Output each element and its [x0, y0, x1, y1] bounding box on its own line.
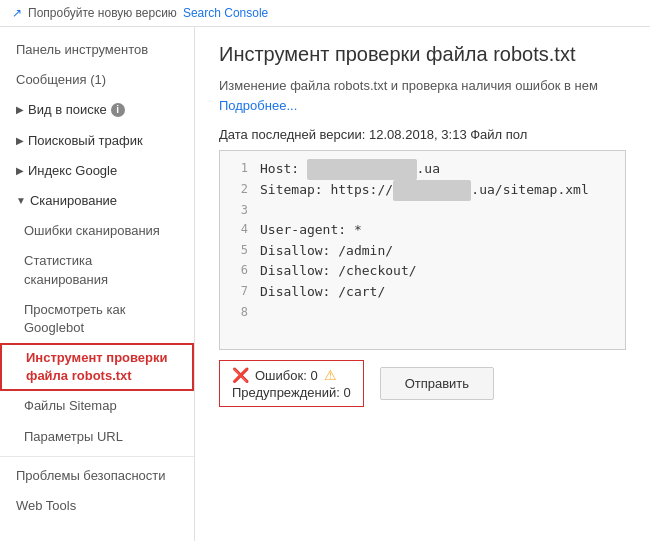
sidebar-item-crawl-stats[interactable]: Статистика сканирования [0, 246, 194, 294]
code-line: 3 [220, 201, 625, 220]
sidebar-item-label: Web Tools [16, 497, 76, 515]
errors-row: ❌ Ошибок: 0 ⚠ [232, 367, 351, 383]
info-icon: i [111, 103, 125, 117]
code-line: 2Sitemap: https:// .ua/sitemap.xml [220, 180, 625, 201]
line-content: User-agent: * [260, 220, 362, 241]
line-number: 4 [228, 220, 248, 239]
code-line: 4User-agent: * [220, 220, 625, 241]
sidebar-item-label: Панель инструментов [16, 41, 148, 59]
sidebar: Панель инструментов Сообщения (1) ▶ Вид … [0, 27, 195, 541]
code-line: 1Host: .ua [220, 159, 625, 180]
warn-icon: ⚠ [324, 367, 337, 383]
line-content: Disallow: /admin/ [260, 241, 393, 262]
sidebar-item-panel[interactable]: Панель инструментов [0, 35, 194, 65]
sidebar-item-security[interactable]: Проблемы безопасности [0, 461, 194, 491]
sidebar-item-sitemap[interactable]: Файлы Sitemap [0, 391, 194, 421]
sidebar-item-label: Ошибки сканирования [24, 222, 160, 240]
sidebar-item-label: Статистика сканирования [24, 252, 178, 288]
sidebar-item-messages[interactable]: Сообщения (1) [0, 65, 194, 95]
sidebar-item-label: Поисковый трафик [28, 132, 143, 150]
page-title: Инструмент проверки файла robots.txt [219, 43, 626, 66]
line-number: 3 [228, 201, 248, 220]
date-info: Дата последней версии: 12.08.2018, 3:13 … [219, 127, 626, 142]
sidebar-item-label: Проблемы безопасности [16, 467, 166, 485]
status-box: ❌ Ошибок: 0 ⚠ Предупреждений: 0 [219, 360, 364, 407]
code-line: 6Disallow: /checkout/ [220, 261, 625, 282]
sidebar-item-label: Просмотреть как Googlebot [24, 301, 178, 337]
submit-button[interactable]: Отправить [380, 367, 494, 400]
code-line: 8 [220, 303, 625, 322]
error-icon: ❌ [232, 367, 249, 383]
sidebar-item-googlebot-view[interactable]: Просмотреть как Googlebot [0, 295, 194, 343]
sidebar-item-web-tools[interactable]: Web Tools [0, 491, 194, 521]
code-line: 7Disallow: /cart/ [220, 282, 625, 303]
line-number: 8 [228, 303, 248, 322]
line-number: 2 [228, 180, 248, 199]
line-content: Sitemap: https:// .ua/sitemap.xml [260, 180, 589, 201]
description-text: Изменение файла robots.txt и проверка на… [219, 78, 598, 93]
line-content: Disallow: /checkout/ [260, 261, 417, 282]
code-editor[interactable]: 1Host: .ua2Sitemap: https:// .ua/sitemap… [219, 150, 626, 350]
sidebar-item-label: Вид в поиске [28, 101, 107, 119]
sidebar-item-label: Файлы Sitemap [24, 397, 117, 415]
arrow-icon: ▶ [16, 164, 24, 178]
arrow-icon: ▶ [16, 103, 24, 117]
sidebar-item-search-traffic[interactable]: ▶ Поисковый трафик [0, 126, 194, 156]
sidebar-item-label: Индекс Google [28, 162, 117, 180]
line-number: 1 [228, 159, 248, 178]
sidebar-item-label: Сообщения (1) [16, 71, 106, 89]
description: Изменение файла robots.txt и проверка на… [219, 76, 626, 115]
line-number: 5 [228, 241, 248, 260]
sidebar-item-crawl[interactable]: ▼ Сканирование [0, 186, 194, 216]
sidebar-item-label: Инструмент проверки файла robots.txt [26, 349, 178, 385]
warnings-label: Предупреждений: 0 [232, 385, 351, 400]
new-version-text: Попробуйте новую версию [28, 6, 177, 20]
more-link[interactable]: Подробнее... [219, 98, 297, 113]
sidebar-item-label: Сканирование [30, 192, 117, 210]
line-content: Host: .ua [260, 159, 440, 180]
errors-label: Ошибок: 0 [255, 368, 318, 383]
warnings-row: Предупреждений: 0 [232, 385, 351, 400]
line-number: 7 [228, 282, 248, 301]
main-layout: Панель инструментов Сообщения (1) ▶ Вид … [0, 27, 650, 541]
line-number: 6 [228, 261, 248, 280]
content-area: Инструмент проверки файла robots.txt Изм… [195, 27, 650, 541]
sidebar-item-url-params[interactable]: Параметры URL [0, 422, 194, 452]
arrow-icon: ▼ [16, 194, 26, 208]
code-line: 5Disallow: /admin/ [220, 241, 625, 262]
sidebar-item-robots-txt[interactable]: Инструмент проверки файла robots.txt [0, 343, 194, 391]
external-link-icon: ↗ [12, 6, 22, 20]
search-console-link[interactable]: Search Console [183, 6, 268, 20]
arrow-icon: ▶ [16, 134, 24, 148]
line-content: Disallow: /cart/ [260, 282, 385, 303]
sidebar-item-search-view[interactable]: ▶ Вид в поиске i [0, 95, 194, 125]
top-bar: ↗ Попробуйте новую версию Search Console [0, 0, 650, 27]
bottom-bar: ❌ Ошибок: 0 ⚠ Предупреждений: 0 Отправит… [219, 360, 626, 407]
sidebar-item-google-index[interactable]: ▶ Индекс Google [0, 156, 194, 186]
sidebar-item-label: Параметры URL [24, 428, 123, 446]
sidebar-item-crawl-errors[interactable]: Ошибки сканирования [0, 216, 194, 246]
